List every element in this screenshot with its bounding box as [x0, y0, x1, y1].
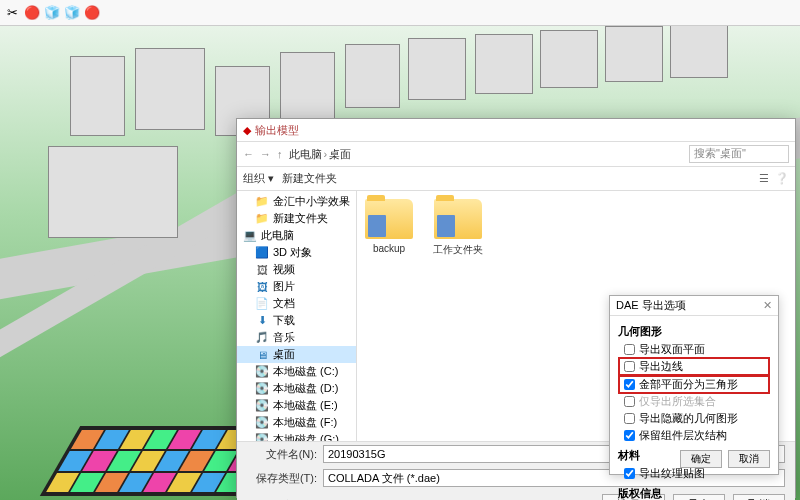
building	[670, 26, 728, 78]
tree-item[interactable]: 📁金汇中小学效果	[237, 193, 356, 210]
tree-item[interactable]: 💽本地磁盘 (F:)	[237, 414, 356, 431]
tree-icon: 📁	[255, 195, 269, 208]
section-copyright: 版权信息	[618, 486, 770, 500]
ok-button[interactable]: 确定	[680, 450, 722, 468]
breadcrumb[interactable]: 此电脑›桌面	[289, 147, 352, 162]
tree-icon: 💻	[243, 229, 257, 242]
option-row[interactable]: 导出双面平面	[618, 341, 770, 358]
tree-icon: ⬇	[255, 314, 269, 327]
help-icon[interactable]: ❔	[775, 172, 789, 185]
file-area[interactable]: backup 工作文件夹 DAE 导出选项 ✕ 几何图形 导出双面平面导出边线金…	[357, 191, 795, 441]
tree-item[interactable]: 🖼视频	[237, 261, 356, 278]
hide-folders-toggle[interactable]: ▲ 隐藏文件夹	[237, 495, 326, 500]
view-mode-icon[interactable]: ☰	[759, 172, 769, 185]
close-icon[interactable]: ✕	[763, 299, 772, 312]
tool-cube1-icon[interactable]: 🧊	[44, 5, 60, 21]
tree-label: 金汇中小学效果	[273, 194, 350, 209]
tree-icon: 📄	[255, 297, 269, 310]
option-row[interactable]: 仅导出所选集合	[618, 393, 770, 410]
tool-sphere-red2-icon[interactable]: 🔴	[84, 5, 100, 21]
building	[605, 26, 663, 82]
folder-icon	[434, 199, 482, 239]
tree-icon: 💽	[255, 365, 269, 378]
checkbox[interactable]	[624, 344, 635, 355]
tree-label: 3D 对象	[273, 245, 312, 260]
folder-label: backup	[373, 243, 405, 254]
option-row[interactable]: 金部平面分为三角形	[618, 375, 770, 394]
cancel-button[interactable]: 取消	[728, 450, 770, 468]
folder-item[interactable]: backup	[365, 199, 413, 254]
dialog-toolbar: 组织 ▾ 新建文件夹 ☰ ❔	[237, 167, 795, 191]
dialog-nav: ← → ↑ 此电脑›桌面 搜索"桌面"	[237, 141, 795, 167]
checkbox[interactable]	[624, 361, 635, 372]
building	[540, 30, 598, 88]
tool-scissors-icon[interactable]: ✂	[4, 5, 20, 21]
building	[475, 34, 533, 94]
building	[280, 52, 335, 120]
sketchup-icon: ◆	[243, 124, 251, 137]
folder-icon	[365, 199, 413, 239]
tree-icon: 💽	[255, 416, 269, 429]
option-row[interactable]: 保留组件层次结构	[618, 427, 770, 444]
tree-icon: 🖼	[255, 281, 269, 293]
tree-item[interactable]: 🟦3D 对象	[237, 244, 356, 261]
option-row[interactable]: 导出隐藏的几何图形	[618, 410, 770, 427]
new-folder-button[interactable]: 新建文件夹	[282, 171, 337, 186]
section-geometry: 几何图形	[618, 324, 770, 339]
checkbox[interactable]	[624, 413, 635, 424]
building	[408, 38, 466, 100]
organize-button[interactable]: 组织 ▾	[243, 171, 274, 186]
nav-back-icon[interactable]: ←	[243, 148, 254, 160]
nav-up-icon[interactable]: ↑	[277, 148, 283, 160]
tree-icon: 🎵	[255, 331, 269, 344]
app-toolbar: ✂ 🔴 🧊 🧊 🔴	[0, 0, 800, 26]
tree-item[interactable]: 🖥桌面	[237, 346, 356, 363]
tree-item[interactable]: 📁新建文件夹	[237, 210, 356, 227]
tool-sphere-red-icon[interactable]: 🔴	[24, 5, 40, 21]
tree-item[interactable]: 🖼图片	[237, 278, 356, 295]
tree-label: 音乐	[273, 330, 295, 345]
folder-label: 工作文件夹	[433, 243, 483, 257]
tool-cube2-icon[interactable]: 🧊	[64, 5, 80, 21]
tree-item[interactable]: 💽本地磁盘 (G:)	[237, 431, 356, 441]
dialog-titlebar[interactable]: ◆ 输出模型	[237, 119, 795, 141]
tree-item[interactable]: ⬇下载	[237, 312, 356, 329]
tree-label: 本地磁盘 (D:)	[273, 381, 338, 396]
tree-label: 图片	[273, 279, 295, 294]
tree-icon: 📁	[255, 212, 269, 225]
search-input[interactable]: 搜索"桌面"	[689, 145, 789, 163]
folder-tree[interactable]: 📁金汇中小学效果📁新建文件夹💻此电脑🟦3D 对象🖼视频🖼图片📄文档⬇下载🎵音乐🖥…	[237, 191, 357, 441]
building	[48, 146, 178, 238]
nav-fwd-icon[interactable]: →	[260, 148, 271, 160]
filename-label: 文件名(N):	[247, 447, 317, 462]
tree-label: 本地磁盘 (F:)	[273, 415, 337, 430]
checkbox[interactable]	[624, 430, 635, 441]
checkbox[interactable]	[624, 396, 635, 407]
tree-item[interactable]: 💽本地磁盘 (D:)	[237, 380, 356, 397]
folder-item[interactable]: 工作文件夹	[433, 199, 483, 257]
dae-options-panel: DAE 导出选项 ✕ 几何图形 导出双面平面导出边线金部平面分为三角形仅导出所选…	[609, 295, 779, 475]
tree-label: 下载	[273, 313, 295, 328]
tree-label: 本地磁盘 (G:)	[273, 432, 339, 441]
tree-item[interactable]: 📄文档	[237, 295, 356, 312]
tree-icon: 💽	[255, 433, 269, 441]
tree-icon: 🖼	[255, 264, 269, 276]
tree-label: 桌面	[273, 347, 295, 362]
tree-item[interactable]: 🎵音乐	[237, 329, 356, 346]
tree-label: 视频	[273, 262, 295, 277]
tree-icon: 🟦	[255, 246, 269, 259]
tree-item[interactable]: 💻此电脑	[237, 227, 356, 244]
tree-item[interactable]: 💽本地磁盘 (E:)	[237, 397, 356, 414]
tree-icon: 💽	[255, 399, 269, 412]
building	[135, 48, 205, 130]
tree-label: 新建文件夹	[273, 211, 328, 226]
checkbox[interactable]	[624, 468, 635, 479]
dialog-title-text: 输出模型	[255, 123, 299, 138]
tree-item[interactable]: 💽本地磁盘 (C:)	[237, 363, 356, 380]
tree-icon: 💽	[255, 382, 269, 395]
options-title: DAE 导出选项	[616, 298, 686, 313]
checkbox[interactable]	[624, 379, 635, 390]
tree-label: 本地磁盘 (E:)	[273, 398, 338, 413]
tree-label: 文档	[273, 296, 295, 311]
option-row[interactable]: 导出边线	[618, 357, 770, 376]
